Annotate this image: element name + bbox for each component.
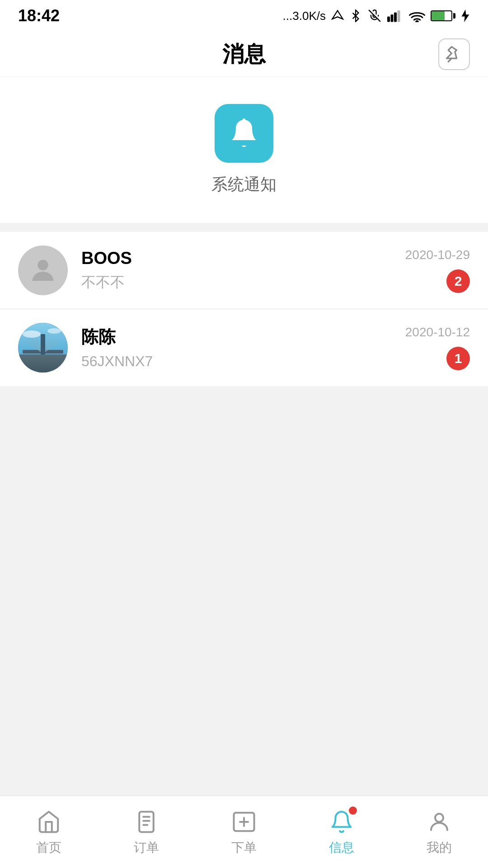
nav-label-order: 订单 bbox=[134, 839, 159, 856]
chat-date-boos: 2020-10-29 bbox=[405, 248, 470, 262]
nav-icon-mine bbox=[426, 808, 453, 835]
bluetooth-icon bbox=[349, 9, 362, 22]
bottom-nav: 首页 订单 下单 bbox=[0, 796, 488, 868]
nav-label-mine: 我的 bbox=[427, 839, 452, 856]
nav-item-place-order[interactable]: 下单 bbox=[195, 808, 293, 856]
badge-chenchen: 1 bbox=[446, 347, 470, 370]
network-speed: ...3.0K/s bbox=[283, 9, 326, 23]
broom-icon bbox=[444, 44, 464, 64]
home-icon bbox=[37, 810, 61, 834]
nav-icon-messages bbox=[328, 808, 355, 835]
clear-button[interactable] bbox=[438, 38, 470, 70]
charging-icon bbox=[461, 9, 470, 22]
avatar-chenchen bbox=[18, 323, 68, 373]
system-notify-section[interactable]: 系统通知 bbox=[0, 77, 488, 223]
chat-meta-chenchen: 2020-10-12 1 bbox=[405, 325, 470, 370]
nav-icon-order bbox=[133, 808, 160, 835]
svg-marker-0 bbox=[332, 10, 343, 19]
chat-item-boos[interactable]: BOOS 不不不 2020-10-29 2 bbox=[0, 232, 488, 309]
svg-point-12 bbox=[23, 330, 41, 338]
mine-icon bbox=[427, 810, 451, 834]
svg-marker-7 bbox=[462, 9, 469, 22]
svg-rect-2 bbox=[387, 17, 390, 22]
status-icons: ...3.0K/s bbox=[283, 9, 470, 23]
chat-meta-boos: 2020-10-29 2 bbox=[405, 248, 470, 293]
svg-point-30 bbox=[435, 814, 443, 822]
status-time: 18:42 bbox=[18, 6, 60, 25]
svg-rect-14 bbox=[18, 354, 68, 373]
chat-item-chenchen[interactable]: 陈陈 56JXNNX7 2020-10-12 1 bbox=[0, 309, 488, 386]
system-notify-label: 系统通知 bbox=[211, 174, 277, 196]
nav-item-messages[interactable]: 信息 bbox=[293, 808, 390, 856]
chat-date-chenchen: 2020-10-12 bbox=[405, 325, 470, 340]
chat-preview-boos: 不不不 bbox=[81, 273, 405, 292]
svg-rect-5 bbox=[398, 10, 400, 22]
bell-icon bbox=[228, 117, 260, 150]
svg-rect-3 bbox=[391, 14, 394, 22]
svg-rect-22 bbox=[41, 334, 45, 354]
svg-point-6 bbox=[416, 21, 418, 22]
nav-label-home: 首页 bbox=[36, 839, 61, 856]
place-order-icon bbox=[232, 810, 256, 834]
location-icon bbox=[331, 9, 344, 22]
chat-name-chenchen: 陈陈 bbox=[81, 326, 405, 349]
signal-icon bbox=[387, 9, 404, 22]
chat-info-boos: BOOS 不不不 bbox=[81, 249, 405, 292]
messages-nav-dot bbox=[349, 807, 357, 815]
svg-point-9 bbox=[243, 118, 245, 121]
status-bar: 18:42 ...3.0K/s bbox=[0, 0, 488, 32]
mute-icon bbox=[367, 9, 382, 22]
order-icon bbox=[134, 810, 159, 834]
nav-icon-place-order bbox=[230, 808, 258, 835]
chat-list: BOOS 不不不 2020-10-29 2 bbox=[0, 232, 488, 386]
nav-item-order[interactable]: 订单 bbox=[98, 808, 195, 856]
avatar-boos bbox=[18, 245, 68, 295]
badge-boos: 2 bbox=[446, 269, 470, 293]
page-title: 消息 bbox=[222, 40, 266, 69]
chat-preview-chenchen: 56JXNNX7 bbox=[81, 353, 405, 370]
svg-point-13 bbox=[47, 328, 61, 334]
wifi-icon bbox=[409, 9, 425, 22]
svg-point-10 bbox=[38, 260, 48, 270]
nav-label-messages: 信息 bbox=[329, 839, 354, 856]
svg-rect-4 bbox=[394, 13, 397, 22]
svg-rect-23 bbox=[139, 811, 154, 832]
battery-icon bbox=[431, 10, 455, 21]
chat-name-boos: BOOS bbox=[81, 249, 405, 268]
nav-label-place-order: 下单 bbox=[231, 839, 257, 856]
chat-info-chenchen: 陈陈 56JXNNX7 bbox=[81, 326, 405, 370]
page-header: 消息 bbox=[0, 32, 488, 77]
nav-item-home[interactable]: 首页 bbox=[0, 808, 98, 856]
nav-item-mine[interactable]: 我的 bbox=[390, 808, 488, 856]
nav-icon-home bbox=[35, 808, 62, 835]
notify-icon-wrap[interactable] bbox=[215, 104, 273, 163]
person-icon bbox=[27, 255, 59, 286]
avatar-img-chenchen bbox=[18, 323, 68, 373]
